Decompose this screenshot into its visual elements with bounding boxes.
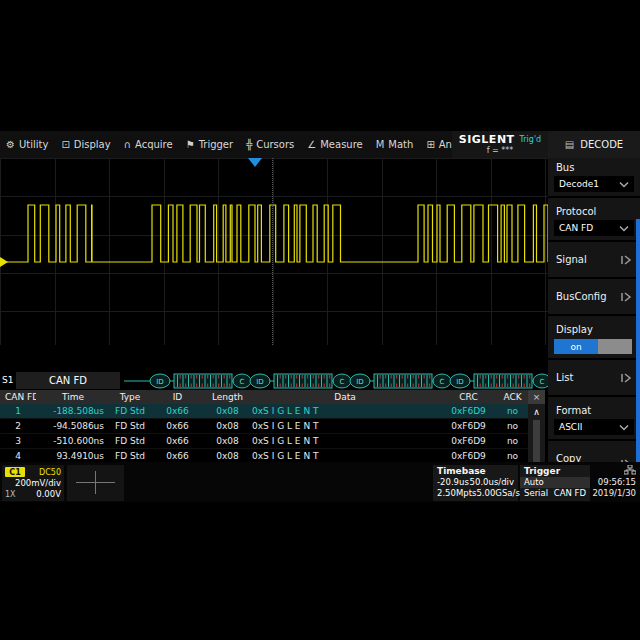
trigger-type: Serial bbox=[524, 488, 548, 499]
scroll-track[interactable] bbox=[533, 420, 540, 468]
bus-select[interactable]: Decode1 bbox=[554, 176, 634, 192]
menu-trigger[interactable]: ⚑Trigger bbox=[186, 139, 233, 150]
trigger-mode: Auto bbox=[524, 477, 544, 488]
scroll-up-icon[interactable]: ∧ bbox=[528, 406, 545, 418]
timebase-scale: 50.0us/div bbox=[470, 477, 514, 488]
monitor-icon: ⊡ bbox=[61, 139, 69, 150]
col-canfd: CAN FD bbox=[0, 392, 36, 402]
cursors-icon: ╬ bbox=[246, 139, 252, 150]
channel1-badge: C1 bbox=[5, 467, 25, 477]
menu-acquire-label: Acquire bbox=[135, 139, 173, 150]
chevron-down-icon bbox=[619, 225, 629, 232]
channel-level-marker[interactable] bbox=[0, 257, 8, 267]
display-toggle-on: on bbox=[554, 339, 598, 354]
trigger-status-badge: Trig'd bbox=[520, 136, 542, 144]
menu-math[interactable]: MMath bbox=[376, 139, 414, 150]
svg-text:ID: ID bbox=[456, 378, 463, 386]
analysis-icon: ⊞ bbox=[426, 139, 434, 150]
svg-text:ID: ID bbox=[356, 378, 363, 386]
chevron-down-icon bbox=[619, 424, 629, 431]
flag-icon: ⚑ bbox=[186, 139, 195, 150]
channel1-coupling: DC50 bbox=[39, 468, 61, 477]
timebase-tile[interactable]: Timebase -20.9us50.0us/div 2.50Mpts5.00G… bbox=[433, 465, 518, 501]
list-label: List bbox=[556, 372, 573, 383]
divider bbox=[548, 439, 640, 441]
divider bbox=[548, 277, 640, 279]
signal-menu-item[interactable]: Signal bbox=[548, 246, 640, 273]
bus-select-value: Decode1 bbox=[559, 179, 599, 189]
display-toggle-off bbox=[598, 339, 632, 354]
display-label: Display bbox=[548, 320, 640, 338]
divider bbox=[548, 240, 640, 242]
svg-text:C: C bbox=[240, 378, 245, 386]
decode-panel-title: DECODE bbox=[580, 139, 623, 150]
busconfig-label: BusConfig bbox=[556, 291, 607, 302]
oscilloscope-screen: ⚙Utility ⊡Display ∩Acquire ⚑Trigger ╬Cur… bbox=[0, 131, 640, 502]
timebase-memory: 2.50Mpts bbox=[437, 488, 476, 499]
table-row[interactable]: 3-510.600nsFD Std0x660x080xS I G L E N T… bbox=[0, 434, 528, 449]
col-data: Data bbox=[250, 392, 440, 402]
gear-icon: ⚙ bbox=[6, 139, 15, 150]
menu-acquire[interactable]: ∩Acquire bbox=[124, 139, 173, 150]
decoded-frames: IDCIDCIDCIDC bbox=[0, 372, 548, 390]
channel1-scale: 200mV/div bbox=[15, 478, 61, 488]
clock-tile[interactable]: 09:56:15 2019/1/30 bbox=[592, 465, 638, 501]
math-icon: M bbox=[376, 139, 385, 150]
crosshair-pad[interactable] bbox=[67, 465, 124, 501]
protocol-select[interactable]: CAN FD bbox=[554, 220, 634, 236]
divider bbox=[548, 196, 640, 198]
acquire-icon: ∩ bbox=[124, 139, 131, 150]
channel1-tile[interactable]: C1 DC50 200mV/div 1X 0.00V bbox=[2, 465, 64, 501]
top-menu-bar: ⚙Utility ⊡Display ∩Acquire ⚑Trigger ╬Cur… bbox=[0, 131, 640, 158]
trigger-position-marker[interactable] bbox=[248, 158, 262, 167]
menu-display[interactable]: ⊡Display bbox=[61, 139, 110, 150]
busconfig-menu-item[interactable]: BusConfig bbox=[548, 283, 640, 310]
list-menu-item[interactable]: List bbox=[548, 364, 640, 391]
protocol-label: Protocol bbox=[548, 202, 640, 220]
menu-cursors-label: Cursors bbox=[256, 139, 294, 150]
center-dashed-line bbox=[272, 158, 273, 345]
table-row[interactable]: 1-188.508usFD Std0x660x080xS I G L E N T… bbox=[0, 404, 528, 419]
svg-text:C: C bbox=[340, 378, 345, 386]
svg-text:ID: ID bbox=[256, 378, 263, 386]
frequency-readout: f = *** bbox=[487, 147, 514, 155]
svg-text:ID: ID bbox=[156, 378, 163, 386]
menu-trigger-label: Trigger bbox=[199, 139, 234, 150]
svg-text:C: C bbox=[540, 378, 545, 386]
menu-cursors[interactable]: ╬Cursors bbox=[246, 139, 294, 150]
col-time: Time bbox=[36, 392, 110, 402]
table-row[interactable]: 2-94.5086usFD Std0x660x080xS I G L E N T… bbox=[0, 419, 528, 434]
main-area: S1 CAN FD IDCIDCIDCIDC CAN FD Time Type … bbox=[0, 158, 640, 462]
close-icon[interactable]: × bbox=[528, 390, 545, 404]
display-toggle[interactable]: on bbox=[554, 339, 634, 354]
channel1-probe: 1X bbox=[5, 490, 16, 499]
clock-time: 09:56:15 bbox=[598, 477, 636, 487]
crosshair-icon bbox=[95, 471, 96, 494]
decode-panel-header[interactable]: ▤ DECODE bbox=[548, 131, 640, 158]
clock-date: 2019/1/30 bbox=[592, 488, 636, 498]
menu-measure[interactable]: ∠Measure bbox=[307, 139, 362, 150]
col-type: Type bbox=[110, 392, 150, 402]
divider bbox=[548, 358, 640, 360]
network-icon bbox=[624, 465, 636, 475]
timebase-title: Timebase bbox=[433, 465, 518, 477]
measure-icon: ∠ bbox=[307, 139, 316, 150]
trigger-title: Trigger bbox=[520, 465, 590, 477]
decode-sidebar: Bus Decode1 Protocol CAN FD Signal bbox=[548, 158, 640, 462]
status-bar: C1 DC50 200mV/div 1X 0.00V Timebase -20.… bbox=[0, 462, 640, 502]
signal-label: Signal bbox=[556, 254, 587, 265]
col-id: ID bbox=[150, 392, 205, 402]
trigger-tile[interactable]: Trigger Auto SerialCAN FD bbox=[520, 465, 590, 501]
sidebar-scrollbar[interactable] bbox=[636, 219, 640, 482]
menu-math-label: Math bbox=[388, 139, 413, 150]
svg-text:C: C bbox=[440, 378, 445, 386]
divider bbox=[548, 314, 640, 316]
format-select-value: ASCII bbox=[559, 422, 582, 432]
protocol-select-value: CAN FD bbox=[559, 223, 593, 233]
menu-measure-label: Measure bbox=[320, 139, 363, 150]
format-select[interactable]: ASCII bbox=[554, 419, 634, 435]
submenu-arrow-icon bbox=[620, 292, 632, 302]
menu-display-label: Display bbox=[74, 139, 111, 150]
timebase-delay: -20.9us bbox=[437, 477, 469, 488]
menu-utility[interactable]: ⚙Utility bbox=[6, 139, 48, 150]
